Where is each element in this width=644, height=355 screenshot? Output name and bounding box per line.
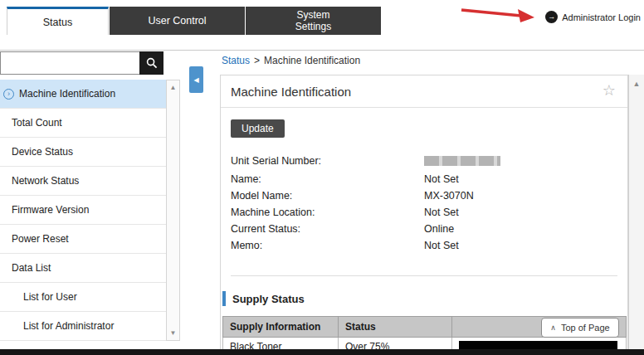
column-header-supply-information: Supply Information	[223, 317, 339, 338]
redacted-serial-number	[424, 156, 500, 166]
sidebar-item-firmware-version[interactable]: Firmware Version	[0, 196, 166, 225]
admin-login-label: Administrator Login	[562, 12, 641, 22]
panel-header: Machine Identification ☆	[221, 75, 627, 108]
app-window: Status User Control System Settings → Ad…	[0, 0, 644, 355]
field-label: Name:	[231, 171, 424, 187]
login-icon: →	[545, 11, 558, 23]
admin-login-button[interactable]: → Administrator Login	[545, 11, 641, 23]
sidebar-item-label: Network Status	[12, 175, 79, 187]
selected-item-icon: ›	[3, 89, 14, 100]
sidebar-menu: › Machine Identification Total Count Dev…	[0, 80, 166, 341]
breadcrumb: Status>Machine Identification	[222, 55, 360, 66]
tab-status-label: Status	[43, 17, 72, 28]
blue-accent-bar	[222, 291, 226, 306]
page-title: Machine Identification	[231, 85, 351, 99]
field-value: Online	[424, 221, 617, 237]
header-divider	[0, 50, 644, 51]
field-label: Current Status:	[231, 221, 424, 237]
breadcrumb-status-link[interactable]: Status	[222, 55, 250, 66]
tab-status[interactable]: Status	[7, 7, 109, 35]
field-row: Machine Location: Not Set	[231, 204, 617, 221]
field-label: Model Name:	[231, 187, 424, 204]
sidebar-item-label: Machine Identification	[19, 88, 115, 100]
scroll-up-icon[interactable]: ▲	[629, 80, 644, 88]
main-scrollbar[interactable]: ▲	[628, 75, 644, 355]
section-divider	[231, 275, 617, 276]
field-value: MX-3070N	[424, 187, 617, 204]
sidebar-item-label: List for User	[23, 291, 77, 303]
collapse-icon: ◀	[193, 76, 198, 84]
field-label: Unit Serial Number:	[231, 153, 424, 171]
sidebar-item-label: Firmware Version	[12, 204, 89, 216]
sidebar-item-label: Data List	[12, 262, 51, 274]
supply-status-header: Supply Status	[222, 291, 627, 306]
tab-system-settings[interactable]: System Settings	[246, 7, 381, 35]
sidebar-item-machine-identification[interactable]: › Machine Identification	[0, 80, 166, 109]
field-value: Not Set	[424, 237, 617, 254]
field-row: Current Status: Online	[231, 221, 617, 237]
favorite-star-icon[interactable]: ☆	[603, 81, 616, 100]
field-value: Not Set	[424, 204, 617, 221]
field-row: Model Name: MX-3070N	[231, 187, 617, 204]
tab-user-control-label: User Control	[148, 15, 206, 27]
bottom-black-bar	[0, 349, 644, 355]
machine-info-fields: Unit Serial Number: Name: Not Set Model …	[221, 146, 627, 254]
annotation-red-arrow	[458, 5, 537, 25]
field-value	[424, 153, 617, 171]
scroll-up-icon[interactable]: ▲	[167, 84, 179, 91]
top-of-page-label: Top of Page	[561, 323, 610, 333]
search-bar	[0, 51, 163, 75]
sidebar-scrollbar[interactable]: ▲ ▼	[166, 80, 180, 341]
field-label: Memo:	[231, 237, 424, 254]
column-header-status: Status	[339, 317, 452, 338]
scroll-down-icon[interactable]: ▼	[167, 329, 179, 337]
sidebar-item-network-status[interactable]: Network Status	[0, 167, 166, 196]
field-value: Not Set	[424, 171, 617, 187]
sidebar-item-label: List for Administrator	[23, 320, 114, 332]
sidebar-item-label: Total Count	[12, 117, 62, 129]
search-icon	[146, 57, 158, 69]
chevron-up-icon: ∧	[550, 323, 556, 332]
sidebar-collapse-handle[interactable]: ◀	[189, 66, 203, 93]
search-input[interactable]	[0, 51, 140, 75]
tab-user-control[interactable]: User Control	[110, 7, 245, 35]
sidebar-item-power-reset[interactable]: Power Reset	[0, 225, 166, 254]
search-button[interactable]	[139, 51, 163, 75]
sidebar-item-list-for-user[interactable]: List for User	[0, 283, 166, 312]
main-panel: Machine Identification ☆ Update Unit Ser…	[220, 75, 628, 355]
update-button[interactable]: Update	[231, 119, 285, 138]
tab-system-settings-label: System Settings	[295, 9, 331, 33]
field-row: Name: Not Set	[231, 171, 617, 187]
sidebar-item-data-list[interactable]: Data List	[0, 254, 166, 283]
supply-status-title: Supply Status	[232, 293, 305, 305]
sidebar-item-label: Power Reset	[12, 233, 69, 245]
field-label: Machine Location:	[231, 204, 424, 221]
breadcrumb-current: Machine Identification	[264, 55, 360, 66]
breadcrumb-separator: >	[254, 55, 260, 66]
sidebar-item-total-count[interactable]: Total Count	[0, 109, 166, 138]
field-row: Unit Serial Number:	[231, 153, 617, 171]
sidebar-item-label: Device Status	[12, 146, 73, 158]
sidebar-item-device-status[interactable]: Device Status	[0, 138, 166, 167]
field-row: Memo: Not Set	[231, 237, 617, 254]
sidebar-item-list-for-administrator[interactable]: List for Administrator	[0, 312, 166, 341]
top-of-page-button[interactable]: ∧ Top of Page	[541, 318, 619, 338]
